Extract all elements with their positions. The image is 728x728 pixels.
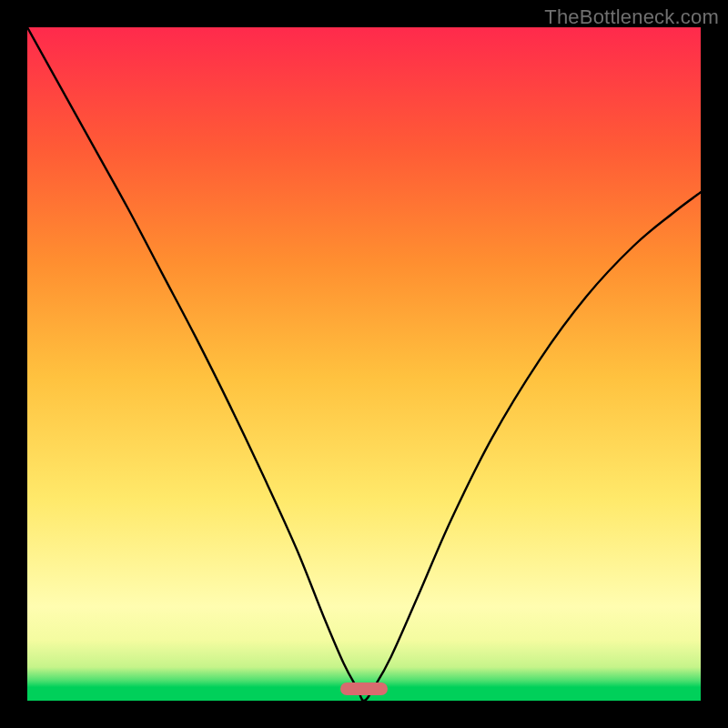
chart-frame: TheBottleneck.com <box>0 0 728 728</box>
optimum-marker <box>340 682 388 695</box>
watermark-text: TheBottleneck.com <box>544 5 719 29</box>
bottleneck-curve <box>27 27 701 701</box>
curve-path <box>27 27 701 701</box>
plot-area <box>27 27 701 701</box>
